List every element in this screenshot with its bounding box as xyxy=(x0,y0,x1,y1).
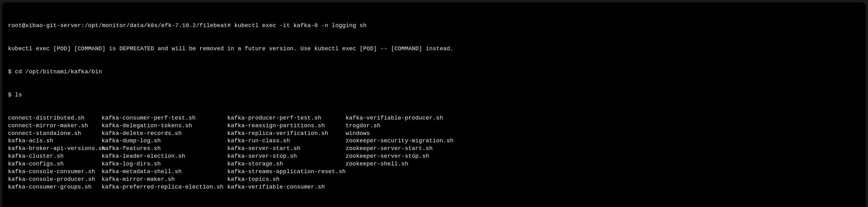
file-item: kafka-topics.sh xyxy=(227,176,346,184)
file-item: kafka-verifiable-producer.sh xyxy=(346,115,860,122)
file-item: connect-distributed.sh xyxy=(8,115,102,122)
file-item: kafka-consumer-groups.sh xyxy=(8,184,102,191)
deprecation-warning: kubectl exec [POD] [COMMAND] is DEPRECAT… xyxy=(8,45,860,53)
prompt-dollar: $ xyxy=(8,92,15,98)
file-item: kafka-producer-perf-test.sh xyxy=(227,115,346,122)
file-item: zookeeper-server-start.sh xyxy=(346,145,860,153)
command-line-1: root@xibao-git-server:/opt/monitor/data/… xyxy=(8,22,860,30)
file-item: kafka-delegation-tokens.sh xyxy=(102,122,227,130)
file-item: connect-mirror-maker.sh xyxy=(8,122,102,130)
file-item: kafka-cluster.sh xyxy=(8,153,102,160)
ls-output: connect-distributed.sh kafka-consumer-pe… xyxy=(8,115,860,191)
file-item: kafka-delete-records.sh xyxy=(102,130,227,138)
terminal-content: root@xibao-git-server:/opt/monitor/data/… xyxy=(8,7,860,207)
file-item: kafka-reassign-partitions.sh xyxy=(227,122,346,130)
file-item: kafka-storage.sh xyxy=(227,160,346,168)
terminal-window[interactable]: root@xibao-git-server:/opt/monitor/data/… xyxy=(2,2,866,207)
file-item: kafka-verifiable-consumer.sh xyxy=(227,184,346,191)
file-item: connect-standalone.sh xyxy=(8,130,102,138)
file-item: kafka-run-class.sh xyxy=(227,138,346,145)
file-item: kafka-consumer-perf-test.sh xyxy=(102,115,227,122)
file-item: kafka-broker-api-versions.sh xyxy=(8,145,102,153)
command-kubectl: kubectl exec -it kafka-0 -n logging sh xyxy=(235,23,367,29)
file-item: kafka-log-dirs.sh xyxy=(102,160,227,168)
file-item: kafka-console-producer.sh xyxy=(8,176,102,184)
file-item: kafka-leader-election.sh xyxy=(102,153,227,160)
command-line-3: $ ls xyxy=(8,91,860,99)
command-ls: ls xyxy=(15,92,22,98)
file-item: kafka-console-consumer.sh xyxy=(8,168,102,176)
file-item xyxy=(346,184,860,191)
file-item: kafka-features.sh xyxy=(102,145,227,153)
file-item: trogdor.sh xyxy=(346,122,860,130)
command-cd: cd /opt/bitnami/kafka/bin xyxy=(15,69,102,75)
file-item: kafka-dump-log.sh xyxy=(102,138,227,145)
file-item: kafka-preferred-replica-election.sh xyxy=(102,184,227,191)
file-item: kafka-server-stop.sh xyxy=(227,153,346,160)
command-line-2: $ cd /opt/bitnami/kafka/bin xyxy=(8,68,860,76)
file-item: windows xyxy=(346,130,860,138)
file-item: kafka-mirror-maker.sh xyxy=(102,176,227,184)
file-item: kafka-configs.sh xyxy=(8,160,102,168)
file-item: zookeeper-security-migration.sh xyxy=(346,138,860,145)
prompt-root: root@xibao-git-server:/opt/monitor/data/… xyxy=(8,23,235,29)
file-item: kafka-streams-application-reset.sh xyxy=(227,168,346,176)
prompt-dollar: $ xyxy=(8,69,15,75)
file-item: kafka-server-start.sh xyxy=(227,145,346,153)
file-item: kafka-acls.sh xyxy=(8,138,102,145)
file-item xyxy=(346,176,860,184)
file-item: zookeeper-server-stop.sh xyxy=(346,153,860,160)
file-item: kafka-metadata-shell.sh xyxy=(102,168,227,176)
file-item: zookeeper-shell.sh xyxy=(346,160,860,168)
file-item xyxy=(346,168,860,176)
file-item: kafka-replica-verification.sh xyxy=(227,130,346,138)
